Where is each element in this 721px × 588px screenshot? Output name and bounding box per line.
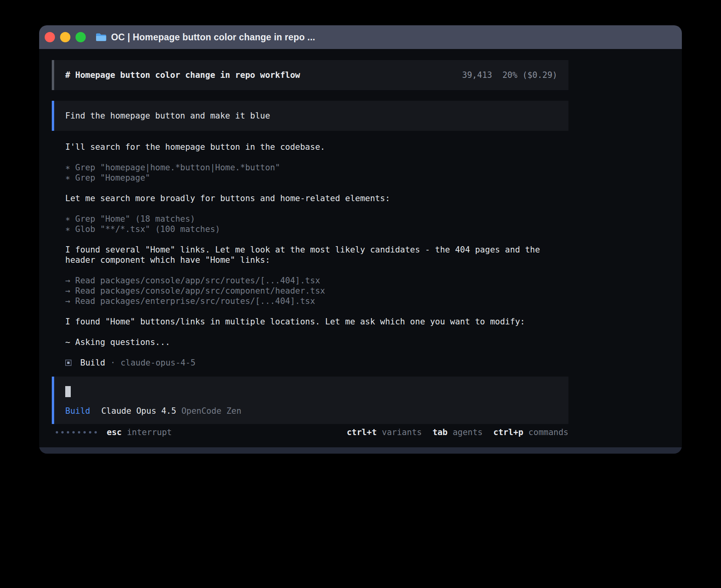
token-count: 39,413 [462, 70, 492, 80]
session-title: # Homepage button color change in repo w… [65, 70, 300, 80]
context-usage: 20% ($0.29) [502, 70, 557, 80]
assistant-text: I found "Home" buttons/links in multiple… [65, 317, 555, 327]
agent-model: claude-opus-4-5 [121, 358, 196, 368]
assistant-text: I found several "Home" links. Let me loo… [65, 245, 555, 265]
input-footer: Build Claude Opus 4.5 OpenCode Zen [65, 406, 557, 416]
session-header: # Homepage button color change in repo w… [52, 60, 568, 90]
prompt-input[interactable]: Build Claude Opus 4.5 OpenCode Zen [52, 377, 568, 424]
shortcut-label: commands [528, 427, 568, 437]
model-provider-label: OpenCode Zen [181, 406, 242, 416]
shortcut-commands: ctrl+p commands [493, 427, 568, 437]
shortcut-agents: tab agents [432, 427, 483, 437]
shortcut-key: tab [432, 427, 447, 437]
minimize-button[interactable] [60, 32, 70, 42]
tool-call-read: → Read packages/enterprise/src/routes/[.… [65, 296, 555, 306]
tool-call-glob: ∗ Glob "**/*.tsx" (100 matches) [65, 224, 555, 234]
agent-mode-label: Build [65, 406, 90, 416]
window-title: OC | Homepage button color change in rep… [111, 32, 315, 43]
tool-call-grep: ∗ Grep "Homepage" [65, 173, 555, 183]
window-titlebar[interactable]: OC | Homepage button color change in rep… [39, 25, 682, 49]
tool-call-group: ∗ Grep "Home" (18 matches) ∗ Glob "**/*.… [65, 214, 555, 234]
tool-call-read: → Read packages/console/app/src/componen… [65, 286, 555, 296]
activity-dot [78, 431, 80, 433]
separator-dot: · [110, 358, 115, 368]
activity-dot [61, 431, 64, 433]
esc-key-hint: esc [107, 427, 122, 437]
status-bar-right: ctrl+t variants tab agents ctrl+p comman… [347, 427, 568, 437]
shortcut-key: ctrl+p [493, 427, 523, 437]
user-message-text: Find the homepage button and make it blu… [65, 111, 270, 121]
model-name-label: Claude Opus 4.5 [101, 406, 176, 416]
tool-call-grep: ∗ Grep "homepage|home.*button|Home.*butt… [65, 162, 555, 173]
esc-action-label: interrupt [127, 427, 172, 437]
shortcut-label: agents [453, 427, 483, 437]
activity-dots [56, 431, 97, 433]
desktop-background: OC | Homepage button color change in rep… [0, 0, 721, 588]
agent-icon [65, 360, 72, 366]
tool-call-grep: ∗ Grep "Home" (18 matches) [65, 214, 555, 224]
activity-dot [72, 431, 75, 433]
shortcut-key: ctrl+t [347, 427, 377, 437]
shortcut-variants: ctrl+t variants [347, 427, 422, 437]
terminal-window: OC | Homepage button color change in rep… [39, 25, 682, 454]
zoom-button[interactable] [75, 32, 86, 42]
assistant-text: Let me search more broadly for buttons a… [65, 193, 555, 204]
activity-dot [67, 431, 69, 433]
working-status: ~ Asking questions... [65, 337, 555, 347]
activity-dot [94, 431, 97, 433]
folder-icon [95, 32, 106, 42]
text-cursor [65, 386, 71, 397]
shortcut-label: variants [382, 427, 422, 437]
window-bottom-chrome [39, 447, 682, 454]
activity-dot [89, 431, 91, 433]
user-message: Find the homepage button and make it blu… [52, 101, 568, 131]
agent-name: Build [80, 358, 105, 368]
activity-dot [56, 431, 58, 433]
terminal-content: # Homepage button color change in repo w… [39, 49, 682, 447]
tool-call-read: → Read packages/console/app/src/routes/[… [65, 275, 555, 286]
tool-call-group: → Read packages/console/app/src/routes/[… [65, 275, 555, 306]
session-stats: 39,413 20% ($0.29) [462, 70, 557, 80]
activity-dot [83, 431, 86, 433]
traffic-lights [45, 32, 86, 42]
tool-call-group: ∗ Grep "homepage|home.*button|Home.*butt… [65, 162, 555, 183]
assistant-text: I'll search for the homepage button in t… [65, 142, 555, 152]
agent-status-line: Build · claude-opus-4-5 [65, 358, 555, 368]
close-button[interactable] [45, 32, 55, 42]
status-bar: esc interrupt ctrl+t variants tab agents [52, 427, 568, 437]
status-bar-left: esc interrupt [52, 427, 172, 437]
